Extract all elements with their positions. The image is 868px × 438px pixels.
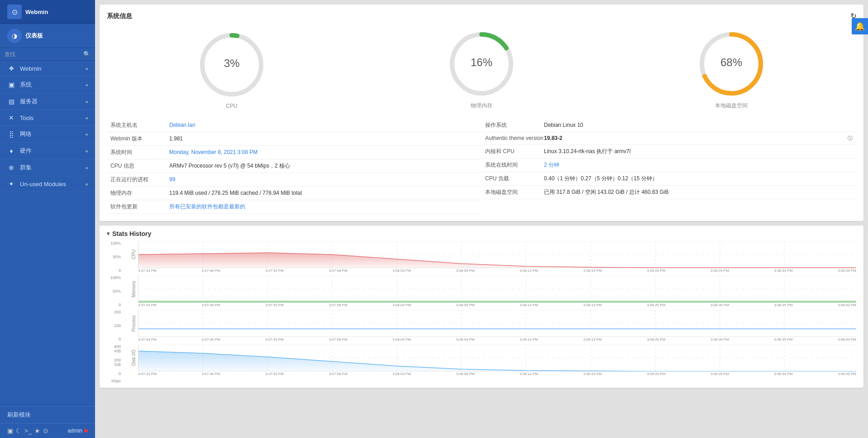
- svg-text:3%: 3%: [224, 57, 240, 69]
- webmin-version-val: 1.981: [169, 135, 478, 142]
- theme-version-val: 19.83-2: [544, 135, 846, 141]
- pkg-update-key: 软件包更新: [110, 203, 169, 211]
- moon-icon[interactable]: ☾: [16, 427, 22, 434]
- unused-nav-icon: ✦: [7, 180, 15, 188]
- cluster-nav-icon: ⊕: [7, 164, 15, 171]
- sidebar-item-system[interactable]: ▣系统 ◂: [0, 77, 95, 93]
- cpu-info-val: ARMv7 Processor rev 5 (v7l) @ 54 bMips，2…: [169, 162, 478, 170]
- user-menu[interactable]: admin: [67, 428, 88, 434]
- sidebar: ⊙ Webmin ◑ 仪表板 🔍 ❖Webmin ◂ ▣系统 ◂ ▤服务器 ◂ …: [0, 0, 95, 438]
- bookmark-icon[interactable]: ▣: [7, 427, 13, 434]
- disk-io-chart-area: [138, 344, 856, 371]
- svg-text:68%: 68%: [720, 56, 742, 68]
- info-row-pkg-update: 软件包更新 所有已安装的软件包都是最新的: [107, 200, 482, 214]
- chevron-icon: ◂: [85, 131, 88, 137]
- cpu-chart-section: 100% 50% 0 CPU: [107, 241, 856, 273]
- memory-x-labels: 3:07:43 PM 3:07:48 PM 3:07:53 PM 3:07:58…: [123, 303, 856, 307]
- pkg-update-val[interactable]: 所有已安装的软件包都是最新的: [169, 203, 478, 211]
- stats-history-card: ▾ Stats History 100% 50% 0 CPU: [100, 226, 863, 388]
- memory-y-labels: 100% 50% 0: [107, 275, 123, 307]
- cpu-chart-area: [138, 241, 856, 268]
- disk-io-chart-row: 400 KiB 200 KiB 0 Disk I/O: [107, 344, 856, 376]
- info-row-processes: 正在运行的进程 99: [107, 173, 482, 187]
- stats-history-title: Stats History: [112, 230, 151, 237]
- stats-history-header[interactable]: ▾ Stats History: [107, 230, 856, 237]
- memory-gauge-label: 物理内存: [471, 102, 492, 110]
- sidebar-nav: ❖Webmin ◂ ▣系统 ◂ ▤服务器 ◂ ✕Tools ◂ ⣿网络 ◂ ♦硬…: [0, 61, 95, 406]
- webmin-logo-icon: ⊙: [7, 5, 22, 19]
- process-chart-area: [138, 310, 856, 337]
- processes-val[interactable]: 99: [169, 176, 478, 183]
- disk-space-key: 本地磁盘空间: [485, 188, 544, 196]
- sidebar-item-webmin[interactable]: ❖Webmin ◂: [0, 61, 95, 77]
- info-row-hostname: 系统主机名 Debian.lan: [107, 119, 482, 132]
- chevron-icon: ◂: [85, 148, 88, 154]
- sidebar-item-unused-modules[interactable]: ✦Un-used Modules ◂: [0, 176, 95, 192]
- disk-io-chart-label: Disk I/O: [123, 350, 136, 366]
- disk-gauge: 68% 本地磁盘空间: [686, 28, 777, 110]
- info-icon[interactable]: ⓘ: [848, 135, 853, 142]
- uptime-val[interactable]: 2 分钟: [544, 161, 853, 169]
- process-y-labels: 200 100 0: [107, 310, 123, 342]
- process-x-labels: 3:07:43 PM 3:07:48 PM 3:07:53 PM 3:07:58…: [123, 337, 856, 342]
- info-row-cpu-info: CPU 信息 ARMv7 Processor rev 5 (v7l) @ 54 …: [107, 159, 482, 173]
- notification-bell[interactable]: 🔔: [852, 18, 868, 34]
- process-chart-section: 200 100 0 Process: [107, 310, 856, 342]
- memory-chart-row: 100% 50% 0 Memory: [107, 275, 856, 307]
- processes-key: 正在运行的进程: [110, 176, 169, 183]
- sidebar-item-cluster[interactable]: ⊕群集 ◂: [0, 159, 95, 176]
- svg-marker-63: [138, 351, 856, 371]
- physical-mem-key: 物理内存: [110, 189, 169, 197]
- sidebar-item-servers[interactable]: ▤服务器 ◂: [0, 93, 95, 110]
- sys-time-key: 系统时间: [110, 149, 169, 156]
- sidebar-logo-text: Webmin: [25, 9, 48, 15]
- bell-icon: 🔔: [855, 21, 865, 31]
- dashboard-label: 仪表板: [25, 32, 43, 40]
- sidebar-logo[interactable]: ⊙ Webmin: [0, 0, 95, 24]
- cpu-gauge: 3% CPU: [186, 29, 277, 109]
- sidebar-search-box[interactable]: 🔍: [0, 48, 95, 61]
- cpu-gauge-label: CPU: [226, 103, 237, 109]
- sidebar-item-tools[interactable]: ✕Tools ◂: [0, 110, 95, 126]
- uptime-key: 系统在线时间: [485, 161, 544, 169]
- cpu-chart-row: 100% 50% 0 CPU: [107, 241, 856, 273]
- memory-chart-label: Memory: [123, 281, 136, 297]
- sidebar-item-network[interactable]: ⣿网络 ◂: [0, 126, 95, 143]
- info-grid: 系统主机名 Debian.lan Webmin 版本 1.981 系统时间 Mo…: [107, 119, 856, 214]
- svg-text:16%: 16%: [471, 56, 492, 68]
- search-input[interactable]: [5, 51, 83, 58]
- hostname-val[interactable]: Debian.lan: [169, 122, 478, 128]
- cpu-chart-label: CPU: [123, 250, 136, 259]
- info-row-disk-space: 本地磁盘空间 已用 317.8 GiB / 空闲 143.02 GiB / 总计…: [482, 186, 856, 199]
- info-row-os: 操作系统 Debian Linux 10: [482, 119, 856, 132]
- stats-toggle-icon[interactable]: ▾: [107, 231, 110, 237]
- memory-gauge: 16% 物理内存: [436, 28, 527, 110]
- process-chart-label: Process: [123, 315, 136, 332]
- kbps-row: Kbps: [107, 379, 856, 383]
- memory-chart-section: 100% 50% 0 Memory: [107, 275, 856, 307]
- search-icon[interactable]: 🔍: [83, 51, 91, 58]
- main-content: 系统信息 ↻ 3% CPU: [95, 0, 868, 438]
- system-info-title: 系统信息: [107, 12, 132, 20]
- person-icon[interactable]: ⊙: [43, 427, 48, 434]
- cpu-load-val: 0.40（1 分钟）0.27（5 分钟）0.12（15 分钟）: [544, 175, 853, 183]
- hostname-key: 系统主机名: [110, 121, 169, 129]
- info-row-sys-time: 系统时间 Monday, November 8, 2021 3:08 PM: [107, 146, 482, 159]
- chevron-icon: ◂: [85, 181, 88, 187]
- memory-chart-area: [138, 275, 856, 303]
- cpu-x-labels: 3:07:43 PM 3:07:48 PM 3:07:53 PM 3:07:58…: [123, 269, 856, 273]
- sys-time-val[interactable]: Monday, November 8, 2021 3:08 PM: [169, 149, 478, 155]
- info-row-theme-version: Authentic theme version 19.83-2 ⓘ: [482, 132, 856, 145]
- os-val: Debian Linux 10: [544, 122, 853, 128]
- theme-version-key: Authentic theme version: [485, 135, 544, 141]
- chevron-icon: ◂: [85, 99, 88, 105]
- tools-nav-icon: ✕: [7, 114, 15, 121]
- system-nav-icon: ▣: [7, 81, 15, 88]
- sidebar-bottom-bar: ▣ ☾ >_ ★ ⊙ admin: [0, 423, 95, 438]
- sidebar-item-hardware[interactable]: ♦硬件 ◂: [0, 143, 95, 159]
- terminal-icon[interactable]: >_: [24, 427, 32, 434]
- user-status-dot: [84, 429, 88, 433]
- star-icon[interactable]: ★: [34, 427, 40, 434]
- sidebar-dashboard-item[interactable]: ◑ 仪表板: [0, 24, 95, 48]
- refresh-modules-item[interactable]: 刷新模块: [0, 406, 95, 423]
